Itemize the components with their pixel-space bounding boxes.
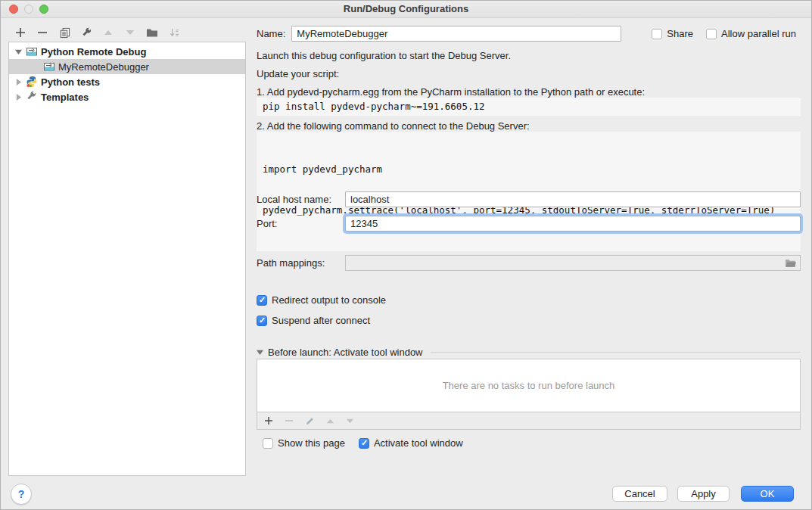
update-script-text: Update your script: — [257, 68, 801, 80]
python-tests-icon — [26, 76, 38, 88]
checkbox-checked-icon — [257, 316, 267, 326]
chevron-down-icon — [126, 28, 135, 37]
checkbox-unchecked-icon — [652, 29, 662, 39]
path-mappings-label: Path mappings: — [257, 257, 345, 269]
help-button[interactable]: ? — [11, 484, 32, 505]
copy-icon — [59, 27, 70, 39]
tree-item-templates[interactable]: Templates — [9, 89, 245, 104]
checkbox-unchecked-icon — [706, 29, 717, 39]
configurations-toolbar — [14, 25, 180, 40]
port-input[interactable] — [345, 216, 801, 232]
chevron-right-icon[interactable] — [15, 94, 23, 101]
redirect-output-label: Redirect output to console — [272, 294, 386, 306]
checkbox-checked-icon — [257, 295, 267, 306]
port-label: Port: — [257, 218, 345, 229]
path-mappings-field[interactable] — [345, 255, 801, 271]
remove-configuration-button[interactable] — [36, 26, 48, 39]
task-list-toolbar — [257, 412, 801, 430]
allow-parallel-run-label: Allow parallel run — [721, 28, 796, 39]
activate-tool-window-checkbox[interactable]: Activate tool window — [359, 437, 463, 449]
remote-debug-icon — [43, 61, 55, 73]
cancel-button[interactable]: Cancel — [612, 486, 667, 502]
chevron-right-icon[interactable] — [15, 79, 23, 86]
remote-debug-icon — [26, 45, 38, 58]
move-task-up-button[interactable] — [326, 417, 334, 425]
before-launch-task-list: There are no tasks to run before launch — [257, 359, 801, 412]
step2-text: 2. Add the following command to connect … — [257, 120, 801, 132]
help-icon: ? — [18, 488, 25, 500]
pip-install-code: pip install pydevd-pycharm~=191.6605.12 — [257, 98, 801, 116]
suspend-after-connect-label: Suspend after connect — [272, 315, 370, 326]
allow-parallel-run-checkbox[interactable]: Allow parallel run — [706, 28, 796, 39]
templates-wrench-icon — [26, 91, 38, 103]
configurations-tree: Python Remote Debug MyRemoteDebugger — [8, 42, 246, 476]
show-this-page-checkbox[interactable]: Show this page — [263, 437, 345, 449]
local-host-name-input[interactable] — [345, 191, 801, 207]
tree-item-label: Python Remote Debug — [41, 46, 146, 58]
step1-text: 1. Add pydevd-pycharm.egg from the PyCha… — [257, 86, 801, 98]
add-task-button[interactable] — [264, 416, 273, 425]
share-checkbox[interactable]: Share — [652, 28, 693, 39]
tree-item-label: Templates — [41, 92, 89, 103]
run-debug-configurations-dialog: Run/Debug Configurations — [0, 0, 812, 510]
before-launch-label: Before launch: Activate tool window — [268, 347, 423, 358]
move-task-down-button[interactable] — [346, 417, 354, 425]
share-label: Share — [667, 28, 693, 39]
new-folder-icon — [146, 26, 158, 39]
activate-tool-window-label: Activate tool window — [374, 437, 463, 449]
create-folder-button[interactable] — [146, 26, 158, 39]
edit-task-button[interactable] — [305, 416, 315, 426]
chevron-up-icon — [326, 417, 334, 425]
name-label: Name: — [257, 28, 285, 39]
window-title: Run/Debug Configurations — [1, 3, 811, 14]
add-configuration-button[interactable] — [14, 26, 26, 39]
plus-icon — [264, 416, 273, 425]
chevron-up-icon — [104, 28, 113, 37]
sort-configurations-button[interactable] — [168, 26, 180, 39]
intro-text: Launch this debug configuration to start… — [257, 50, 801, 62]
minus-icon — [285, 416, 294, 425]
before-launch-section-header[interactable]: Before launch: Activate tool window — [257, 347, 801, 358]
folder-open-icon — [785, 258, 797, 269]
sort-alpha-icon — [169, 27, 180, 39]
pencil-icon — [305, 416, 315, 426]
suspend-after-connect-checkbox[interactable]: Suspend after connect — [257, 315, 801, 326]
redirect-output-checkbox[interactable]: Redirect output to console — [257, 294, 801, 306]
settrace-code-line1: import pydevd_pycharm — [263, 163, 795, 176]
checkbox-unchecked-icon — [263, 438, 273, 449]
tree-item-label: Python tests — [41, 76, 100, 88]
wrench-icon — [81, 27, 92, 39]
edit-defaults-button[interactable] — [80, 26, 92, 39]
move-down-button[interactable] — [124, 26, 136, 39]
local-host-name-label: Local host name: — [257, 194, 345, 205]
no-tasks-text: There are no tasks to run before launch — [443, 380, 615, 391]
tree-item-python-tests[interactable]: Python tests — [9, 74, 245, 89]
move-up-button[interactable] — [102, 26, 114, 39]
apply-button[interactable]: Apply — [677, 486, 730, 502]
remove-task-button[interactable] — [285, 416, 294, 425]
minus-icon — [37, 27, 48, 38]
chevron-down-icon[interactable] — [15, 48, 23, 55]
chevron-down-icon — [257, 349, 263, 356]
tree-item-label: MyRemoteDebugger — [58, 61, 149, 73]
tree-item-myremotedebugger[interactable]: MyRemoteDebugger — [9, 59, 245, 74]
copy-configuration-button[interactable] — [58, 26, 70, 39]
titlebar: Run/Debug Configurations — [1, 1, 811, 18]
ok-button[interactable]: OK — [741, 486, 794, 502]
checkbox-checked-icon — [359, 438, 369, 449]
tree-item-python-remote-debug[interactable]: Python Remote Debug — [9, 44, 245, 59]
show-this-page-label: Show this page — [278, 437, 345, 449]
section-divider — [431, 352, 801, 353]
chevron-down-icon — [346, 417, 354, 425]
name-input[interactable] — [291, 26, 621, 42]
plus-icon — [15, 27, 26, 38]
